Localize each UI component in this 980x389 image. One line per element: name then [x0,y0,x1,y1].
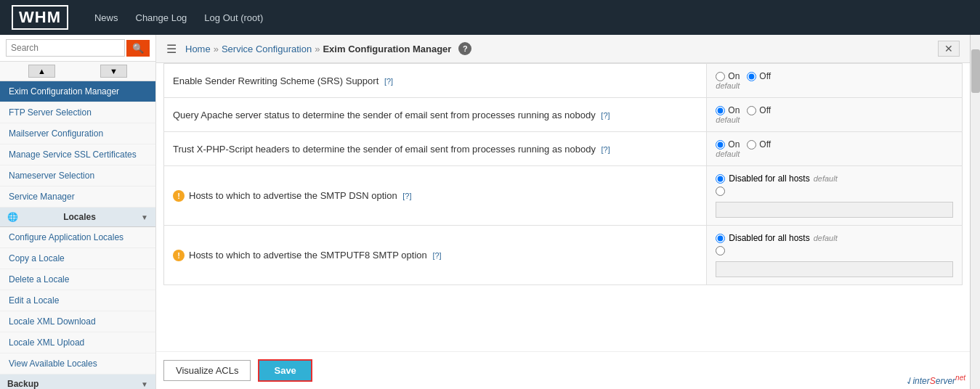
sidebar-item-mailserver[interactable]: Mailserver Configuration [0,123,155,144]
main-layout: 🔍 ▲ ▼ Exim Configuration Manager FTP Ser… [0,35,980,389]
scrollbar-thumb [971,49,980,93]
srs-help-link[interactable]: [?] [384,77,393,86]
sidebar-up-arrow[interactable]: ▲ [28,65,55,78]
table-row: ! Hosts to which to advertise the SMTP D… [164,166,963,226]
sidebar-down-arrow[interactable]: ▼ [100,65,127,78]
setting-control-srs: On Off default [707,64,963,98]
srs-default-text: default [716,81,953,90]
sidebar-item-delete-locale[interactable]: Delete a Locale [0,269,155,290]
sidebar-locales-label: Locales [63,212,96,222]
setting-control-smtputf8: Disabled for all hosts default [707,226,963,285]
nav-news[interactable]: News [94,12,118,23]
save-button[interactable]: Save [258,359,312,382]
smtputf8-disabled-label[interactable]: Disabled for all hosts default [716,233,953,243]
xphp-on-radio[interactable] [716,140,725,150]
smtp-dsn-help-link[interactable]: [?] [402,192,411,200]
breadcrumb-service-config[interactable]: Service Configuration [222,44,312,54]
content-wrapper: ☰ Home » Service Configuration » Exim Co… [156,35,980,389]
smtputf8-disabled-radio[interactable] [716,234,725,243]
smtp-dsn-custom-radio[interactable] [716,187,725,196]
apache-option-row: On Off [716,105,953,115]
sidebar-item-exim[interactable]: Exim Configuration Manager [0,81,155,102]
visualize-acls-button[interactable]: Visualize ACLs [163,360,251,381]
whm-logo: WHM [12,5,68,30]
srs-on-label[interactable]: On [716,71,740,81]
right-scrollbar[interactable] [970,35,980,389]
sidebar-search-area: 🔍 [0,35,155,62]
smtputf8-help-link[interactable]: [?] [432,251,441,260]
sidebar-item-edit-locale[interactable]: Edit a Locale [0,290,155,311]
sidebar-item-ftp[interactable]: FTP Server Selection [0,102,155,123]
breadcrumb-sep2: » [315,44,320,54]
setting-label-srs: Enable Sender Rewriting Scheme (SRS) Sup… [164,64,707,98]
setting-label-smtp-dsn: ! Hosts to which to advertise the SMTP D… [164,166,707,226]
smtputf8-options: Disabled for all hosts default [716,233,953,277]
smtp-dsn-disabled-radio[interactable] [716,174,725,184]
table-row: Enable Sender Rewriting Scheme (SRS) Sup… [164,64,963,98]
content-area: Enable Sender Rewriting Scheme (SRS) Sup… [156,63,970,351]
smtp-dsn-text-input[interactable] [716,202,953,218]
xphp-default-text: default [716,150,953,158]
backup-chevron: ▼ [141,380,148,388]
main-content: ☰ Home » Service Configuration » Exim Co… [156,35,970,389]
search-input[interactable] [6,39,125,57]
apache-on-label[interactable]: On [716,105,740,115]
sidebar-item-copy-locale[interactable]: Copy a Locale [0,248,155,269]
top-nav: WHM News Change Log Log Out (root) [0,0,980,35]
sidebar-arrows: ▲ ▼ [0,62,155,81]
breadcrumb-hamburger[interactable]: ☰ [166,42,177,56]
setting-label-xphp: Trust X-PHP-Script headers to determine … [164,132,707,166]
srs-on-radio[interactable] [716,72,725,81]
srs-off-label[interactable]: Off [747,71,771,81]
sidebar-item-configure-locales[interactable]: Configure Application Locales [0,227,155,248]
setting-label-smtputf8: ! Hosts to which to advertise the SMTPUT… [164,226,707,285]
sidebar-item-view-locales[interactable]: View Available Locales [0,353,155,374]
breadcrumb-home[interactable]: Home [185,44,211,54]
sidebar-item-ssl[interactable]: Manage Service SSL Certificates [0,144,155,165]
interserver-logo: ⇃interServernet [905,374,965,386]
xphp-off-label[interactable]: Off [747,139,771,150]
table-row: Trust X-PHP-Script headers to determine … [164,132,963,166]
srs-option-row: On Off [716,71,953,81]
table-row: ! Hosts to which to advertise the SMTPUT… [164,226,963,285]
sidebar-item-nameserver[interactable]: Nameserver Selection [0,165,155,187]
smtputf8-custom-radio[interactable] [716,246,725,255]
smtputf8-cell: ! Hosts to which to advertise the SMTPUT… [173,250,697,261]
smtputf8-custom-label[interactable] [716,246,953,255]
sidebar-item-locale-xml-download[interactable]: Locale XML Download [0,311,155,332]
xphp-help-link[interactable]: [?] [602,145,610,154]
smtp-dsn-cell: ! Hosts to which to advertise the SMTP D… [173,190,697,202]
apache-default-text: default [716,115,953,124]
setting-control-apache: On Off default [707,98,963,132]
locales-icon: 🌐 [7,212,18,222]
smtputf8-warn-icon: ! [173,250,185,261]
xphp-option-row: On Off [716,139,953,150]
setting-control-smtp-dsn: Disabled for all hosts default [707,166,963,226]
smtp-dsn-warn-icon: ! [173,190,185,202]
setting-label-apache: Query Apache server status to determine … [164,98,707,132]
apache-help-link[interactable]: [?] [601,111,610,120]
nav-logout[interactable]: Log Out (root) [204,12,263,23]
apache-off-label[interactable]: Off [747,105,771,115]
locales-chevron: ▼ [141,213,148,221]
apache-on-radio[interactable] [716,106,725,115]
sidebar-item-locale-xml-upload[interactable]: Locale XML Upload [0,332,155,353]
settings-table: Enable Sender Rewriting Scheme (SRS) Sup… [163,63,963,285]
smtp-dsn-custom-label[interactable] [716,187,953,196]
xphp-on-label[interactable]: On [716,139,740,150]
breadcrumb-help-icon[interactable]: ? [458,42,471,55]
apache-off-radio[interactable] [747,106,756,115]
sidebar: 🔍 ▲ ▼ Exim Configuration Manager FTP Ser… [0,35,156,389]
nav-changelog[interactable]: Change Log [136,12,187,23]
setting-control-xphp: On Off default [707,132,963,166]
smtp-dsn-disabled-label[interactable]: Disabled for all hosts default [716,173,953,184]
sidebar-item-service-manager[interactable]: Service Manager [0,187,155,208]
xphp-off-radio[interactable] [747,140,756,150]
smtputf8-text-input[interactable] [716,261,953,277]
backup-label: Backup [7,379,39,389]
sidebar-backup-section[interactable]: Backup ▼ [0,374,155,389]
sidebar-locales-section[interactable]: 🌐 Locales ▼ [0,208,155,227]
srs-off-radio[interactable] [747,72,756,81]
breadcrumb-close-button[interactable]: ✕ [938,41,960,57]
search-button[interactable]: 🔍 [126,40,150,57]
